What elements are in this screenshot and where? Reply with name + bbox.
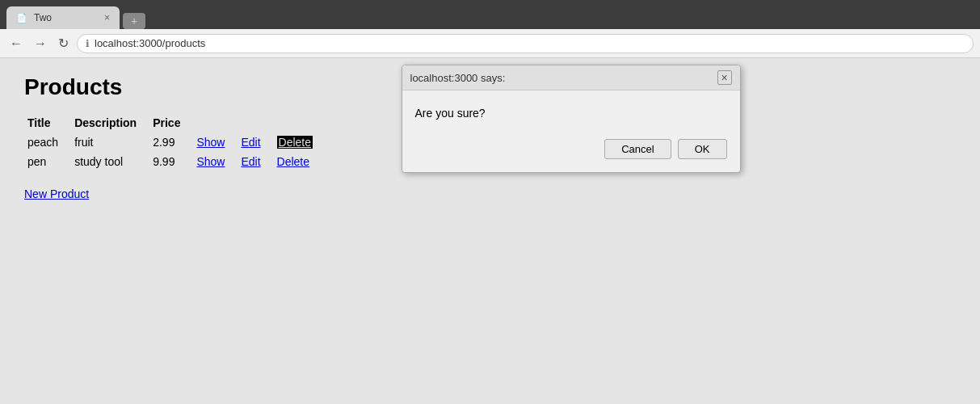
browser-chrome: 📄 Two × + xyxy=(0,0,980,29)
address-box[interactable]: ℹ localhost:3000/products xyxy=(77,34,974,53)
dialog-buttons: Cancel OK xyxy=(415,139,727,159)
refresh-button[interactable]: ↻ xyxy=(55,34,72,53)
forward-button[interactable]: → xyxy=(31,35,50,53)
alert-dialog: localhost:3000 says: × Are you sure? Can… xyxy=(402,65,741,173)
dialog-cancel-button[interactable]: Cancel xyxy=(604,139,671,159)
address-url: localhost:3000/products xyxy=(95,37,205,49)
dialog-body: Are you sure? Cancel OK xyxy=(402,90,740,172)
dialog-header: localhost:3000 says: × xyxy=(402,65,740,90)
address-info-icon: ℹ xyxy=(86,38,90,49)
dialog-title: localhost:3000 says: xyxy=(410,72,506,84)
address-bar-row: ← → ↻ ℹ localhost:3000/products xyxy=(0,29,980,58)
tab-icon: 📄 xyxy=(16,13,27,23)
tab-close-button[interactable]: × xyxy=(104,12,110,23)
dialog-overlay: localhost:3000 says: × Are you sure? Can… xyxy=(0,58,980,217)
back-button[interactable]: ← xyxy=(6,35,26,53)
dialog-message: Are you sure? xyxy=(415,107,727,120)
dialog-ok-button[interactable]: OK xyxy=(678,139,727,159)
browser-tab[interactable]: 📄 Two × xyxy=(6,6,120,29)
tab-bar: 📄 Two × + xyxy=(6,0,145,29)
dialog-close-button[interactable]: × xyxy=(717,70,732,85)
tab-label: Two xyxy=(34,12,52,23)
new-tab-button[interactable]: + xyxy=(123,13,145,29)
